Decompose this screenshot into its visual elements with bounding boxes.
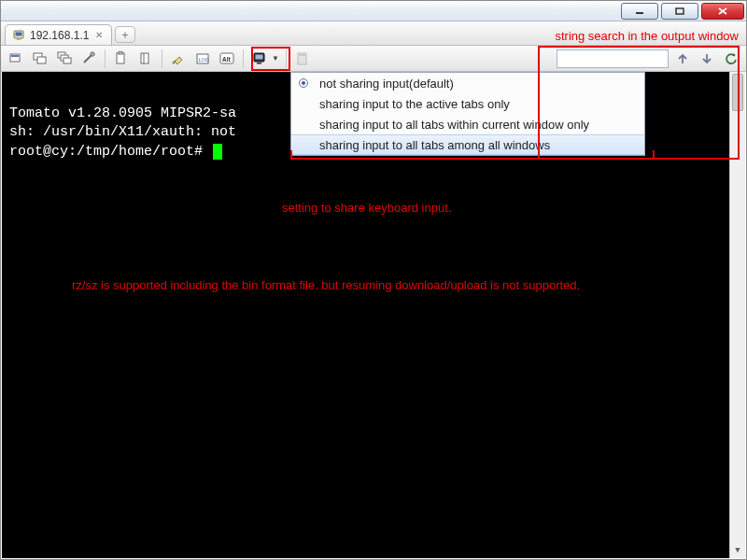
settings-button[interactable] [78,49,99,69]
search-input[interactable] [557,49,669,68]
menu-item-current-window[interactable]: sharing input to all tabs within current… [291,114,644,134]
scroll-thumb[interactable] [732,74,743,111]
scroll-down-arrow[interactable]: ▼ [730,543,745,558]
menu-item-active-tabs[interactable]: sharing input to the active tabs only [291,93,644,114]
minimize-button[interactable] [621,3,658,20]
alt-mode-button[interactable]: Alt [217,49,237,69]
copy-button[interactable] [111,49,132,69]
clear-button[interactable] [168,49,189,69]
svg-rect-24 [298,53,306,56]
menu-item-label: sharing input to all tabs within current… [319,118,589,132]
share-input-menu: not sharing input(default) sharing input… [290,72,645,156]
svg-rect-13 [117,53,124,63]
maximize-button[interactable] [661,3,698,20]
menu-item-all-windows[interactable]: sharing input to all tabs among all wind… [291,134,644,155]
refresh-button[interactable] [721,49,741,69]
duplicate-session-button[interactable] [30,49,50,69]
paste-button[interactable] [135,49,156,69]
svg-rect-15 [141,53,148,63]
share-input-button[interactable] [249,49,270,69]
svg-rect-11 [63,58,71,63]
terminal-prompt: root@cy:/tmp/home/root# [9,144,211,160]
menu-item-label: sharing input to the active tabs only [319,97,510,111]
svg-text:LOG: LOG [199,57,210,63]
radio-selected-icon [299,78,308,88]
plus-icon: ＋ [120,27,131,43]
menu-item-label: sharing input to all tabs among all wind… [319,138,550,152]
tab-close-icon[interactable]: ✕ [93,30,105,41]
annotation-rzsz: rz/sz is supported including the bin for… [72,277,736,294]
upload-button[interactable] [672,49,693,69]
tab-session[interactable]: 192.168.1.1 ✕ [5,24,112,45]
svg-rect-3 [16,32,22,35]
tab-label: 192.168.1.1 [30,29,89,42]
terminal-scrollbar[interactable]: ▲ ▼ [729,72,745,558]
new-session-button[interactable] [6,49,26,69]
cascade-button[interactable] [54,49,75,69]
svg-rect-21 [256,54,263,59]
toolbar: LOG Alt ▼ [1,46,746,72]
close-button[interactable] [701,3,744,20]
svg-text:Alt: Alt [222,55,232,62]
svg-rect-22 [257,63,261,64]
svg-rect-1 [676,8,684,14]
svg-rect-6 [11,55,19,57]
window-titlebar [1,1,746,21]
menu-item-not-sharing[interactable]: not sharing input(default) [291,73,644,93]
svg-rect-8 [37,57,46,63]
toolbar-separator [105,49,106,68]
toolbar-separator [162,49,162,68]
toolbar-separator [286,49,287,68]
terminal-cursor [213,144,222,160]
svg-rect-14 [119,51,122,54]
annotation-share: setting to share keyboard input. [282,200,451,217]
download-button[interactable] [697,49,717,69]
toolbar-separator [243,49,244,68]
log-button[interactable]: LOG [192,49,213,69]
svg-rect-0 [636,12,643,14]
share-input-dropdown-arrow[interactable]: ▼ [271,49,280,69]
svg-point-12 [91,51,94,55]
menu-item-label: not sharing input(default) [319,77,454,91]
annotation-search: string search in the output window [555,29,739,43]
new-tab-button[interactable]: ＋ [115,26,135,43]
sftp-button[interactable] [292,49,313,69]
svg-rect-4 [17,38,21,40]
app-window: 192.168.1.1 ✕ ＋ LOG Alt ▼ T [0,0,747,560]
putty-icon [12,29,25,42]
